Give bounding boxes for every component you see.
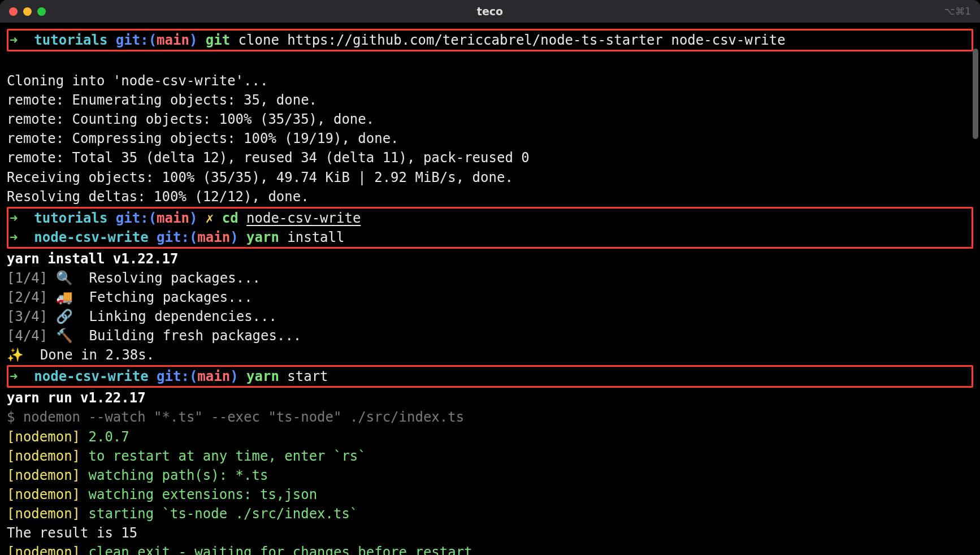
- step-counter: [4/4]: [7, 328, 47, 344]
- git-label: git:(: [157, 229, 197, 245]
- sparkles-icon: ✨: [7, 347, 24, 363]
- step-text: Resolving packages...: [89, 270, 261, 286]
- nodemon-text: watching extensions: ts,json: [80, 487, 317, 502]
- yarn-step: [3/4] 🔗 Linking dependencies...: [7, 307, 973, 326]
- output-line: Receiving objects: 100% (35/35), 49.74 K…: [7, 168, 973, 187]
- nodemon-text: 2.0.7: [80, 429, 129, 445]
- shortcut-indicator: ⌥⌘1: [944, 6, 971, 17]
- git-label: git:(: [157, 368, 197, 384]
- git-label: git:(: [116, 32, 157, 48]
- git-branch: main: [157, 210, 189, 226]
- output-line: remote: Enumerating objects: 35, done.: [7, 90, 973, 110]
- cmd-keyword: yarn: [246, 229, 279, 245]
- nodemon-tag: [nodemon]: [7, 429, 80, 445]
- prompt-line: ➜ node-csv-write git:(main) yarn start: [10, 367, 970, 386]
- exec-line: $ nodemon --watch "*.ts" --exec "ts-node…: [7, 407, 973, 427]
- nodemon-line: [nodemon] watching extensions: ts,json: [7, 485, 973, 504]
- nodemon-line: [nodemon] clean exit - waiting for chang…: [7, 543, 973, 555]
- highlight-box-2: ➜ tutorials git:(main) ✗ cd node-csv-wri…: [7, 207, 973, 249]
- highlight-box-3: ➜ node-csv-write git:(main) yarn start: [7, 365, 973, 388]
- dirty-icon: ✗: [206, 210, 214, 226]
- cmd-keyword: cd: [222, 210, 239, 226]
- magnifier-icon: 🔍: [56, 270, 73, 286]
- step-counter: [2/4]: [7, 289, 47, 305]
- yarn-done: ✨ Done in 2.38s.: [7, 345, 973, 365]
- hammer-icon: 🔨: [56, 328, 73, 344]
- cmd-args: start: [279, 368, 328, 384]
- output-line: [7, 52, 973, 71]
- nodemon-text: starting `ts-node ./src/index.ts`: [80, 506, 358, 522]
- nodemon-tag: [nodemon]: [7, 544, 80, 555]
- git-branch: main: [197, 368, 230, 384]
- terminal-window: teco ⌥⌘1 ➜ tutorials git:(main) git clon…: [0, 0, 980, 555]
- prompt-arrow-icon: ➜: [10, 229, 18, 245]
- git-close: ): [230, 368, 238, 384]
- git-label: git:(: [116, 210, 157, 226]
- prompt-dir: node-csv-write: [34, 368, 148, 384]
- prompt-line: ➜ tutorials git:(main) git clone https:/…: [10, 31, 970, 50]
- truck-icon: 🚚: [56, 289, 73, 305]
- terminal-body[interactable]: ➜ tutorials git:(main) git clone https:/…: [0, 23, 980, 555]
- scrollbar-thumb[interactable]: [973, 49, 978, 139]
- git-close: ): [230, 229, 238, 245]
- zoom-icon[interactable]: [37, 7, 46, 16]
- highlight-box-1: ➜ tutorials git:(main) git clone https:/…: [7, 29, 973, 51]
- nodemon-tag: [nodemon]: [7, 506, 80, 522]
- cmd-keyword: git: [206, 32, 230, 48]
- git-close: ): [189, 32, 197, 48]
- output-line: remote: Compressing objects: 100% (19/19…: [7, 129, 973, 148]
- output-line: remote: Counting objects: 100% (35/35), …: [7, 110, 973, 129]
- prompt-dir: tutorials: [34, 32, 107, 48]
- git-branch: main: [197, 229, 230, 245]
- prompt-arrow-icon: ➜: [10, 210, 18, 226]
- git-close: ): [189, 210, 197, 226]
- step-text: Linking dependencies...: [89, 309, 277, 324]
- traffic-lights: [9, 7, 46, 16]
- output-line: Resolving deltas: 100% (12/12), done.: [7, 187, 973, 206]
- nodemon-text: clean exit - waiting for changes before …: [80, 544, 472, 555]
- nodemon-line: [nodemon] 2.0.7: [7, 427, 973, 446]
- cmd-args: clone https://github.com/tericcabrel/nod…: [230, 32, 786, 48]
- prompt-arrow-icon: ➜: [10, 32, 18, 48]
- yarn-step: [2/4] 🚚 Fetching packages...: [7, 288, 973, 307]
- close-icon[interactable]: [9, 7, 18, 16]
- yarn-step: [4/4] 🔨 Building fresh packages...: [7, 326, 973, 345]
- nodemon-tag: [nodemon]: [7, 467, 80, 483]
- cmd-arg-path: node-csv-write: [246, 210, 361, 226]
- window-title: teco: [477, 5, 503, 18]
- step-counter: [3/4]: [7, 309, 47, 324]
- prompt-line: ➜ tutorials git:(main) ✗ cd node-csv-wri…: [10, 209, 970, 228]
- git-branch: main: [157, 32, 189, 48]
- prompt-line: ➜ node-csv-write git:(main) yarn install: [10, 228, 970, 247]
- step-text: Fetching packages...: [89, 289, 253, 305]
- yarn-step: [1/4] 🔍 Resolving packages...: [7, 268, 973, 288]
- titlebar[interactable]: teco ⌥⌘1: [0, 0, 980, 23]
- output-line: remote: Total 35 (delta 12), reused 34 (…: [7, 148, 973, 167]
- yarn-header: yarn install v1.22.17: [7, 249, 973, 268]
- nodemon-tag: [nodemon]: [7, 448, 80, 464]
- step-text: Building fresh packages...: [89, 328, 302, 344]
- minimize-icon[interactable]: [23, 7, 32, 16]
- cmd-keyword: yarn: [246, 368, 279, 384]
- prompt-arrow-icon: ➜: [10, 368, 18, 384]
- nodemon-text: to restart at any time, enter `rs`: [80, 448, 366, 464]
- exec-cmd: nodemon --watch "*.ts" --exec "ts-node" …: [23, 409, 464, 425]
- link-icon: 🔗: [56, 309, 73, 324]
- yarn-header: yarn run v1.22.17: [7, 388, 973, 407]
- step-counter: [1/4]: [7, 270, 47, 286]
- exec-prefix: $: [7, 409, 23, 425]
- nodemon-line: [nodemon] to restart at any time, enter …: [7, 446, 973, 466]
- done-text: Done in 2.38s.: [40, 347, 154, 363]
- cmd-args: install: [279, 229, 345, 245]
- prompt-dir: tutorials: [34, 210, 107, 226]
- program-output: The result is 15: [7, 523, 973, 543]
- nodemon-line: [nodemon] watching path(s): *.ts: [7, 466, 973, 485]
- output-line: Cloning into 'node-csv-write'...: [7, 71, 973, 90]
- nodemon-text: watching path(s): *.ts: [80, 467, 268, 483]
- nodemon-line: [nodemon] starting `ts-node ./src/index.…: [7, 504, 973, 523]
- nodemon-tag: [nodemon]: [7, 487, 80, 502]
- prompt-dir: node-csv-write: [34, 229, 148, 245]
